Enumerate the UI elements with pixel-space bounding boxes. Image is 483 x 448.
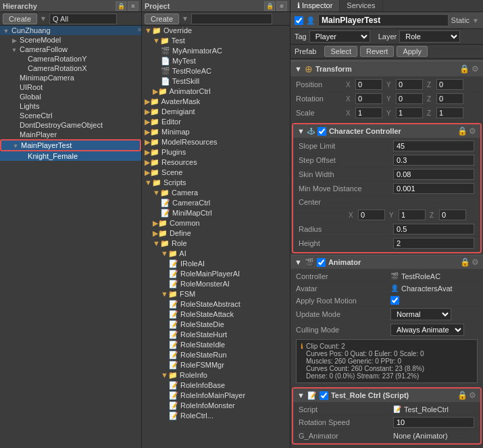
- tag-dropdown[interactable]: Player: [309, 30, 370, 43]
- project-item-roleinfomonster[interactable]: 📝 RoleInfoMonster: [142, 401, 290, 411]
- min-move-input[interactable]: [393, 183, 474, 194]
- skin-width-input[interactable]: [393, 169, 474, 180]
- hierarchy-item-global[interactable]: Global: [0, 92, 141, 101]
- project-item-camera[interactable]: ▼📁 Camera: [142, 188, 290, 198]
- project-item-minimap[interactable]: ▶📁 Minimap: [142, 127, 290, 137]
- anim-enabled-checkbox[interactable]: [317, 258, 326, 267]
- hierarchy-lock-btn[interactable]: 🔒: [116, 1, 126, 11]
- project-item-avatarmask[interactable]: ▶📁 AvaterMask: [142, 97, 290, 107]
- project-item-mytest[interactable]: 📄 MyTest: [142, 56, 290, 66]
- hierarchy-item-mainplayer[interactable]: MainPlayer: [0, 130, 141, 139]
- pos-y-input[interactable]: [396, 79, 423, 90]
- transform-gear-btn[interactable]: ⚙: [472, 64, 479, 74]
- step-offset-input[interactable]: [393, 155, 474, 166]
- character-controller-header[interactable]: ▼ 🕹 Character Controller 🔒 ⚙: [293, 124, 480, 138]
- hierarchy-search-input[interactable]: [49, 14, 117, 24]
- project-item-resources[interactable]: ▶📁 Resources: [142, 157, 290, 168]
- project-item-rolestatedie[interactable]: 📝 RoleStateDie: [142, 320, 290, 330]
- center-x-input[interactable]: [358, 209, 385, 220]
- rotation-speed-input[interactable]: [393, 417, 474, 428]
- tab-services[interactable]: Services: [340, 0, 382, 11]
- project-item-rolestaterun[interactable]: 📝 RoleStateRun: [142, 350, 290, 360]
- cc-gear-btn[interactable]: ⚙: [469, 126, 476, 136]
- project-item-minimapctrl[interactable]: 📝 MiniMapCtrl: [142, 208, 290, 218]
- apply-btn[interactable]: Apply: [397, 46, 428, 57]
- hierarchy-item-cunzhuang[interactable]: ▼ CunZhuang ≡: [0, 26, 141, 35]
- hierarchy-item-uiroot[interactable]: UIRoot: [0, 82, 141, 92]
- project-item-scene[interactable]: ▶📁 Scene: [142, 168, 290, 178]
- scale-x-input[interactable]: [355, 107, 382, 118]
- hierarchy-item-camerarotationy[interactable]: CameraRotationY: [0, 54, 141, 64]
- project-item-roleinfomainplayer[interactable]: 📝 RoleInfoMainPlayer: [142, 391, 290, 401]
- animator-header[interactable]: ▼ 🎬 Animator 🔒 ⚙: [290, 255, 483, 269]
- layer-dropdown[interactable]: Role: [399, 30, 460, 43]
- hierarchy-menu-btn[interactable]: ≡: [128, 1, 138, 11]
- project-item-rolestateattack[interactable]: 📝 RoleStateAttack: [142, 309, 290, 320]
- tab-inspector[interactable]: ℹ Inspector: [290, 0, 340, 11]
- pos-z-input[interactable]: [436, 79, 463, 90]
- project-item-modelresources[interactable]: ▶📁 ModelResources: [142, 137, 290, 147]
- project-item-roleinfobase[interactable]: 📝 RoleInfoBase: [142, 380, 290, 391]
- project-item-iroleai[interactable]: 📝 IRoleAI: [142, 259, 290, 269]
- pos-x-input[interactable]: [355, 79, 382, 90]
- slope-limit-input[interactable]: [393, 141, 474, 151]
- culling-mode-dropdown[interactable]: Always Animate: [390, 324, 464, 336]
- project-item-rolefsmmgr[interactable]: 📝 RoleFSMMgr: [142, 360, 290, 370]
- hierarchy-item-camerafollow[interactable]: ▼ CameraFollow: [0, 45, 141, 54]
- trc-lock-btn[interactable]: 🔒: [457, 391, 467, 400]
- project-item-cameractrl[interactable]: 📝 CameraCtrl: [142, 198, 290, 208]
- rot-x-input[interactable]: [355, 93, 382, 104]
- apply-root-checkbox[interactable]: [390, 296, 399, 305]
- project-create-btn[interactable]: Create: [145, 14, 179, 24]
- project-item-testskill[interactable]: 📄 TestSkill: [142, 76, 290, 86]
- project-menu-btn[interactable]: ≡: [276, 1, 287, 11]
- project-item-rolemonsterai[interactable]: 📝 RoleMonsterAI: [142, 279, 290, 289]
- project-item-editor[interactable]: ▶📁 Editor: [142, 117, 290, 127]
- anim-lock-btn[interactable]: 🔒: [460, 257, 470, 267]
- hierarchy-item-mainplayertest[interactable]: ▼ MainPlayerTest: [0, 139, 141, 151]
- project-item-plugins[interactable]: ▶📁 Plugins: [142, 147, 290, 157]
- project-item-common[interactable]: ▶📁 Common: [142, 218, 290, 228]
- project-item-myanimatorac[interactable]: 🎬 MyAnimatorAC: [142, 46, 290, 56]
- project-item-rolestateidle[interactable]: 📝 RoleStateIdle: [142, 340, 290, 350]
- hierarchy-item-scenemodel[interactable]: ▶ SceneModel: [0, 35, 141, 45]
- height-input[interactable]: [393, 238, 474, 249]
- project-item-test[interactable]: ▼📁 Test: [142, 36, 290, 46]
- center-y-input[interactable]: [399, 209, 426, 220]
- project-item-define[interactable]: ▶📁 Define: [142, 228, 290, 239]
- hierarchy-item-camerarotationx[interactable]: CameraRotationX: [0, 64, 141, 73]
- hierarchy-item-scenectrl[interactable]: SceneCtrl: [0, 111, 141, 120]
- object-name-input[interactable]: [318, 14, 449, 26]
- scale-y-input[interactable]: [396, 107, 423, 118]
- select-btn[interactable]: Select: [324, 46, 357, 57]
- trc-enabled-checkbox[interactable]: [320, 391, 328, 400]
- project-item-role[interactable]: ▼📁 Role: [142, 239, 290, 249]
- revert-btn[interactable]: Revert: [360, 46, 394, 57]
- update-mode-dropdown[interactable]: Normal: [390, 308, 451, 320]
- cc-enabled-checkbox[interactable]: [317, 127, 326, 136]
- hierarchy-item-dontdestroy[interactable]: DontDestroyGameObject: [0, 120, 141, 130]
- project-item-roleinfo[interactable]: ▼📁 RoleInfo: [142, 370, 290, 380]
- rot-z-input[interactable]: [436, 93, 463, 104]
- center-z-input[interactable]: [439, 209, 466, 220]
- radius-input[interactable]: [393, 224, 474, 234]
- project-item-fsm[interactable]: ▼📁 FSM: [142, 289, 290, 299]
- hierarchy-create-btn[interactable]: Create: [3, 14, 37, 24]
- project-item-rolemainplayerai[interactable]: 📝 RoleMainPlayerAI: [142, 269, 290, 279]
- project-item-rolestateabstract[interactable]: 📝 RoleStateAbstract: [142, 299, 290, 309]
- project-item-demigiant[interactable]: ▶📁 Demigiant: [142, 107, 290, 117]
- anim-gear-btn[interactable]: ⚙: [472, 257, 479, 267]
- transform-header[interactable]: ▼ ⊕ Transform 🔒 ⚙: [290, 61, 483, 76]
- trc-gear-btn[interactable]: ⚙: [469, 391, 476, 400]
- project-item-testroleac[interactable]: 🎬 TestRoleAC: [142, 66, 290, 76]
- transform-lock-btn[interactable]: 🔒: [459, 64, 469, 74]
- project-item-animatorctrl[interactable]: ▶📁 AnimatorCtrl: [142, 86, 290, 97]
- scale-z-input[interactable]: [436, 107, 463, 118]
- project-item-ai[interactable]: ▼📁 AI: [142, 249, 290, 259]
- project-lock-btn[interactable]: 🔒: [264, 1, 275, 11]
- cc-lock-btn[interactable]: 🔒: [457, 126, 467, 136]
- project-item-override[interactable]: ▼📁 Override: [142, 26, 290, 36]
- hierarchy-item-minimapcamera[interactable]: MinimapCamera: [0, 73, 141, 82]
- project-item-rolestatehurt[interactable]: 📝 RoleStateHurt: [142, 330, 290, 340]
- object-active-checkbox[interactable]: [295, 16, 303, 25]
